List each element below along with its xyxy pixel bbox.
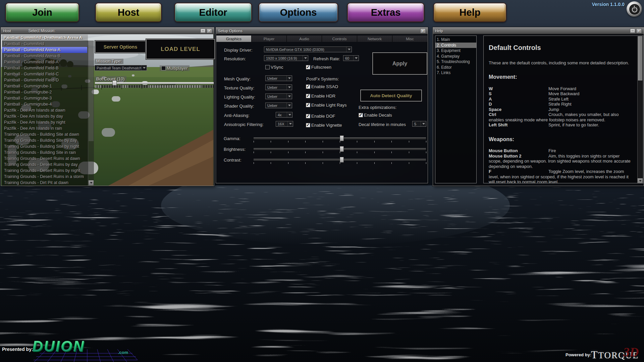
- mission-type-dropdown[interactable]: Paintball Team Deathmatch: [95, 65, 147, 71]
- minimize-icon[interactable]: [200, 28, 206, 33]
- mission-list-item[interactable]: Training Grounds - Dirt Pit at dawn: [2, 180, 87, 186]
- dropdown-value: Ueber: [266, 95, 286, 99]
- extras-button[interactable]: Extras: [347, 3, 424, 22]
- setup-window-titlebar[interactable]: Setup Options ×: [216, 27, 428, 34]
- vsync-checkbox[interactable]: [265, 65, 270, 69]
- keybind-description: Strafe Right: [548, 102, 572, 107]
- apply-button[interactable]: Apply: [372, 52, 427, 75]
- help-nav-item[interactable]: 1. Main: [435, 37, 476, 43]
- scrollbar-thumb[interactable]: [638, 36, 642, 80]
- mission-list-scrollbar[interactable]: [88, 41, 94, 186]
- scroll-down-button[interactable]: [89, 180, 94, 185]
- refresh-rate-dropdown[interactable]: 60: [343, 55, 359, 61]
- display-slider[interactable]: Brightness:: [216, 147, 428, 156]
- scroll-down-button[interactable]: [638, 178, 643, 183]
- enable-decals-row: Enable Decals: [359, 113, 392, 118]
- mission-list-item[interactable]: Training Grounds - Desert Ruins by day: [2, 162, 87, 168]
- keybind-key: Mouse Button 2: [489, 154, 548, 159]
- keybind-key: Space: [489, 107, 548, 112]
- slider-thumb[interactable]: [340, 146, 344, 152]
- help-nav-item[interactable]: 2. Controls: [435, 43, 476, 48]
- mission-list-item[interactable]: Training Grounds - Building Site at dawn: [2, 131, 87, 137]
- bot-count-slider[interactable]: [95, 81, 214, 89]
- mission-list-item[interactable]: Paintball - Gummigrube-2: [2, 89, 87, 95]
- mission-list-item[interactable]: Paintball - Gummifeld Field-D: [2, 77, 87, 83]
- tab-graphics[interactable]: Graphics: [216, 36, 252, 42]
- join-button[interactable]: Join: [5, 3, 79, 22]
- mission-list-item[interactable]: Paintball - Gummifeld Field-C: [2, 71, 87, 77]
- mission-list-item[interactable]: Paintball - Gummigrube-1: [2, 83, 87, 89]
- multiplayer-label: Multiplayer: [167, 66, 188, 71]
- help-nav-item[interactable]: 4. Gameplay: [435, 54, 476, 59]
- resolution-dropdown[interactable]: 644 x 362 (16:9): [264, 55, 308, 61]
- editor-button[interactable]: Editor: [174, 3, 252, 22]
- mission-list-item[interactable]: Training Grounds - Desert Ruins in a sto…: [2, 174, 87, 180]
- quality-dropdown[interactable]: Ueber: [265, 84, 292, 90]
- auto-detect-quality-button[interactable]: Auto Detect Quality: [360, 89, 422, 102]
- slider-thumb[interactable]: [340, 157, 344, 163]
- help-nav-item[interactable]: 5. Troubleshooting: [435, 59, 476, 65]
- quality-dropdown[interactable]: Ueber: [265, 103, 292, 108]
- display-slider[interactable]: Contrast:: [216, 158, 428, 166]
- tab-controls[interactable]: Controls: [322, 36, 357, 42]
- mission-list-item[interactable]: Training Grounds - Building Site in rain: [2, 149, 87, 156]
- tab-player[interactable]: Player: [252, 36, 287, 42]
- close-icon[interactable]: ×: [636, 28, 642, 33]
- mission-list-item[interactable]: Paintball - Gummifeld Field-A: [2, 59, 87, 65]
- decal-lifetime-dropdown[interactable]: 5: [412, 121, 426, 127]
- mission-list-item[interactable]: Pazifik - Dee Am Islands at dawn: [2, 107, 87, 113]
- postfx-checkbox[interactable]: [306, 84, 310, 89]
- mission-list-item[interactable]: Training Grounds - Desert Ruins by night: [2, 168, 87, 174]
- mission-list-item[interactable]: Paintball - Gummifeld: [2, 41, 87, 47]
- mission-list-item[interactable]: Training Grounds - Building Site by nigh…: [2, 143, 87, 149]
- server-options-button[interactable]: Server Options: [95, 41, 146, 53]
- display-slider[interactable]: Gamma:: [216, 136, 428, 145]
- close-icon[interactable]: ×: [207, 28, 212, 33]
- postfx-checkbox[interactable]: [306, 103, 310, 107]
- load-level-button[interactable]: LOAD LEVEL: [146, 39, 215, 59]
- options-button[interactable]: Options: [259, 3, 338, 22]
- mission-list-item[interactable]: Pazifik - Dee Am Islands by night: [2, 119, 87, 125]
- help-section-heading: Weapons:: [489, 137, 632, 142]
- minimize-icon[interactable]: [630, 28, 635, 33]
- mission-list-item[interactable]: Pazifik - Dee Am Islands by day: [2, 113, 87, 119]
- scrollbar-thumb[interactable]: [89, 41, 94, 141]
- enable-decals-checkbox[interactable]: [359, 113, 363, 117]
- help-scrollbar[interactable]: [637, 36, 643, 183]
- help-sections: Movement:WMove ForwardSMove BackwardAStr…: [489, 74, 632, 183]
- help-nav-item[interactable]: 6. Editor: [435, 65, 476, 70]
- postfx-checkbox[interactable]: [306, 123, 310, 127]
- close-icon[interactable]: ×: [420, 28, 426, 33]
- help-nav-item[interactable]: 3. Equipment: [435, 48, 476, 54]
- anisotropic-filtering-dropdown[interactable]: 16X: [276, 121, 293, 127]
- arrow-down-icon: [639, 180, 642, 182]
- keybind-key: S: [489, 91, 548, 97]
- mission-list-item[interactable]: Pazifik - Dee Am Islands in rain: [2, 125, 87, 131]
- host-window-titlebar[interactable]: Host Select Mission: ×: [1, 27, 214, 34]
- mission-list-item[interactable]: Paintball - Gummifeld Field-B: [2, 65, 87, 71]
- mission-list-item[interactable]: Paintball - Gummifeld Arena-B: [2, 53, 87, 59]
- help-button[interactable]: Help: [433, 3, 506, 22]
- power-icon[interactable]: [627, 1, 642, 17]
- help-nav-item[interactable]: 7. Links: [435, 70, 476, 76]
- editor-label: Editor: [199, 7, 227, 18]
- fullscreen-checkbox[interactable]: [306, 65, 310, 69]
- help-window-titlebar[interactable]: Help ×: [433, 27, 644, 34]
- tab-misc[interactable]: Misc: [392, 36, 427, 42]
- mission-list-item[interactable]: Training Grounds - Desert Ruins at dawn: [2, 156, 87, 162]
- anti-aliasing-dropdown[interactable]: 4x: [276, 112, 292, 118]
- postfx-checkbox[interactable]: [306, 94, 310, 98]
- tab-network[interactable]: Network: [357, 36, 392, 42]
- slider-thumb[interactable]: [340, 135, 344, 141]
- tab-audio[interactable]: Audio: [287, 36, 322, 42]
- mission-list-item[interactable]: Paintball - Gummigrube-4: [2, 101, 87, 107]
- postfx-checkbox[interactable]: [306, 114, 310, 118]
- host-button[interactable]: Host: [95, 3, 162, 22]
- quality-dropdown[interactable]: Ueber: [265, 94, 292, 99]
- multiplayer-checkbox[interactable]: [161, 66, 166, 70]
- quality-dropdown[interactable]: Ueber: [265, 75, 292, 81]
- mission-list-item[interactable]: Paintball - Gummigrube-3: [2, 95, 87, 101]
- mission-list-item[interactable]: Paintball - Gummifeld Arena-A: [2, 47, 87, 53]
- mission-list-item[interactable]: Training Grounds - Building Site by day: [2, 137, 87, 143]
- display-driver-dropdown[interactable]: NVIDIA GeForce GTX 1050 (D3D9): [264, 47, 352, 52]
